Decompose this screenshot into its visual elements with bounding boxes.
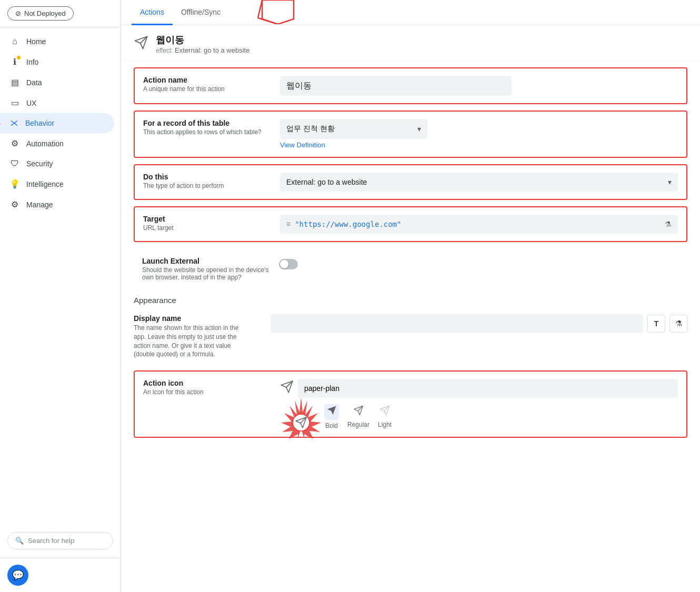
display-name-input[interactable] bbox=[271, 314, 643, 333]
do-this-row: Do this The type of action to perform Ex… bbox=[134, 164, 687, 200]
tab-offline-sync[interactable]: Offline/Sync bbox=[173, 1, 229, 25]
launch-external-label: Launch External Should the website be op… bbox=[142, 257, 279, 281]
nav-items: ⌂ Home ℹ Info ▤ Data ▭ UX ▶ Behavior ⚙ bbox=[0, 27, 121, 526]
info-dot bbox=[17, 56, 21, 59]
sidebar-item-home[interactable]: ⌂ Home bbox=[0, 32, 114, 52]
display-name-description: The name shown for this action in the ap… bbox=[134, 324, 249, 359]
do-this-select[interactable]: External: go to a website ▾ bbox=[280, 173, 678, 192]
chat-button[interactable]: 💬 bbox=[7, 565, 28, 586]
sidebar-item-label: Automation bbox=[26, 139, 64, 148]
sidebar-item-label: Info bbox=[26, 58, 38, 66]
sidebar-item-automation[interactable]: ⚙ Automation bbox=[0, 133, 114, 154]
actions-tab-annotation bbox=[257, 0, 299, 26]
sidebar-item-label: Manage bbox=[26, 200, 53, 209]
flask-icon[interactable]: ⚗ bbox=[665, 220, 672, 228]
launch-external-toggle[interactable] bbox=[279, 259, 298, 269]
sidebar-item-manage[interactable]: ⚙ Manage bbox=[0, 194, 114, 215]
tabs-bar: Actions Offline/Sync bbox=[121, 0, 700, 25]
target-description: URL target bbox=[143, 224, 280, 232]
icon-variant-light[interactable]: Light bbox=[378, 405, 392, 428]
not-deployed-badge[interactable]: ⊘ Not Deployed bbox=[7, 6, 74, 21]
regular-icon bbox=[353, 405, 364, 419]
automation-icon: ⚙ bbox=[9, 138, 20, 148]
action-name-description: A unique name for this action bbox=[143, 85, 280, 93]
starburst-annotation bbox=[280, 396, 322, 440]
icon-variants: Bold Regular bbox=[280, 404, 678, 429]
action-header-info: 웹이동 effect: External: go to a website bbox=[156, 34, 249, 54]
bold-label: Bold bbox=[325, 422, 338, 429]
action-name-heading: 웹이동 bbox=[156, 34, 249, 46]
do-this-control: External: go to a website ▾ bbox=[280, 173, 678, 192]
icon-name-input[interactable] bbox=[298, 379, 678, 398]
sidebar-item-label: UX bbox=[26, 99, 36, 107]
svg-marker-13 bbox=[327, 406, 336, 415]
sidebar-item-intelligence[interactable]: 💡 Intelligence bbox=[0, 174, 114, 194]
behavior-icon bbox=[9, 118, 19, 128]
table-select[interactable]: 업무 진척 현황 ▾ bbox=[280, 119, 427, 139]
do-this-chevron-icon: ▾ bbox=[668, 178, 672, 186]
display-name-label: Display name The name shown for this act… bbox=[134, 314, 271, 359]
text-t-icon: T bbox=[654, 319, 659, 328]
manage-icon: ⚙ bbox=[9, 199, 20, 209]
action-name-input[interactable] bbox=[280, 76, 512, 96]
target-input-row: = "https://www.google.com" ⚗ bbox=[280, 215, 678, 234]
search-help-input[interactable]: 🔍 Search for help bbox=[7, 532, 113, 549]
beaker-button[interactable]: ⚗ bbox=[669, 315, 687, 333]
appearance-section: Appearance Display name The name shown f… bbox=[121, 289, 700, 438]
do-this-field-label: Do this bbox=[143, 173, 280, 181]
action-header: 웹이동 effect: External: go to a website bbox=[121, 25, 700, 61]
regular-label: Regular bbox=[347, 421, 369, 428]
sidebar-item-info[interactable]: ℹ Info bbox=[0, 52, 114, 72]
table-select-value: 업무 진척 현황 bbox=[286, 124, 335, 134]
sidebar-item-security[interactable]: 🛡 Security bbox=[0, 154, 114, 174]
search-icon: 🔍 bbox=[15, 537, 24, 545]
svg-line-3 bbox=[258, 0, 262, 18]
icon-variant-regular[interactable]: Regular bbox=[347, 405, 369, 428]
sidebar-item-data[interactable]: ▤ Data bbox=[0, 72, 114, 93]
target-operator: = bbox=[286, 220, 291, 228]
action-icon-control: Bold Regular bbox=[280, 379, 678, 429]
main-content: Actions Offline/Sync 웹이동 effect: Externa… bbox=[121, 0, 700, 592]
svg-marker-2 bbox=[262, 0, 294, 24]
sidebar-item-label: Security bbox=[26, 159, 53, 168]
form-section: Action name A unique name for this actio… bbox=[121, 67, 700, 289]
table-row: For a record of this table This action a… bbox=[134, 111, 687, 158]
view-definition-link[interactable]: View Definition bbox=[280, 141, 325, 149]
sidebar-item-behavior[interactable]: ▶ Behavior bbox=[0, 113, 114, 133]
beaker-icon: ⚗ bbox=[675, 319, 682, 328]
tab-actions[interactable]: Actions bbox=[132, 1, 173, 25]
target-control: = "https://www.google.com" ⚗ bbox=[280, 215, 678, 234]
display-name-control: T ⚗ bbox=[271, 314, 687, 333]
action-header-icon bbox=[134, 35, 148, 53]
svg-line-4 bbox=[258, 18, 278, 24]
do-this-description: The type of action to perform bbox=[143, 182, 280, 189]
sidebar-item-label: Intelligence bbox=[26, 180, 64, 188]
not-deployed-icon: ⊘ bbox=[15, 9, 21, 17]
action-effect: effect: External: go to a website bbox=[156, 46, 249, 54]
bold-icon bbox=[324, 404, 339, 420]
action-icon-description: An icon for this action bbox=[143, 388, 280, 396]
home-icon: ⌂ bbox=[9, 37, 20, 46]
icon-variant-bold[interactable]: Bold bbox=[324, 404, 339, 429]
appearance-title: Appearance bbox=[134, 296, 687, 305]
action-name-field-label: Action name bbox=[143, 76, 280, 84]
sidebar-item-ux[interactable]: ▭ UX bbox=[0, 93, 114, 113]
table-chevron-icon: ▾ bbox=[417, 125, 421, 133]
ux-icon: ▭ bbox=[9, 98, 20, 108]
intelligence-icon: 💡 bbox=[9, 179, 20, 189]
sidebar-item-label: Home bbox=[26, 37, 46, 46]
sidebar-top: ⊘ Not Deployed bbox=[0, 0, 121, 27]
not-deployed-label: Not Deployed bbox=[24, 9, 66, 17]
text-format-button[interactable]: T bbox=[647, 315, 665, 333]
display-name-field-label: Display name bbox=[134, 314, 271, 323]
effect-value: External: go to a website bbox=[175, 46, 249, 54]
behavior-annotation-arrow: ▶ bbox=[0, 117, 1, 129]
target-row-container: Target URL target = "https://www.google.… bbox=[134, 206, 687, 242]
sidebar-item-label: Behavior bbox=[25, 119, 54, 127]
action-icon-label: Action icon An icon for this action bbox=[143, 379, 280, 396]
action-name-label: Action name A unique name for this actio… bbox=[143, 76, 280, 93]
launch-external-control bbox=[279, 257, 679, 269]
svg-marker-12 bbox=[296, 417, 306, 428]
sidebar-bottom: 💬 bbox=[0, 558, 121, 592]
do-this-label: Do this The type of action to perform bbox=[143, 173, 280, 189]
